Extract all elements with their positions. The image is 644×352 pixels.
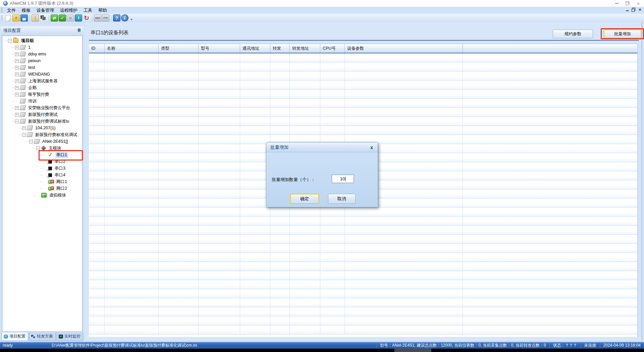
collapse-icon[interactable]: − [29,140,33,143]
tree-item-唯亨预付费[interactable]: +唯亨预付费 [2,91,82,98]
column-header-名称[interactable]: 名称 [105,44,159,53]
menu-item-0[interactable]: 文件 [4,7,19,14]
batch-quantity-input[interactable]: 10 [332,175,354,183]
mdi-minimize-icon[interactable] [625,8,629,12]
tree-item-test[interactable]: +test [2,64,82,71]
expand-icon[interactable]: + [15,113,19,117]
table-cell [89,289,105,298]
refresh-icon[interactable] [83,14,90,21]
overflow-icon[interactable] [129,14,134,21]
tree-item-串口2[interactable]: 串口2 [2,158,82,165]
table-cell-filler [463,90,637,98]
tree-item-label: ANet-2E4S1[] [41,139,69,144]
tree-item-新版预付费调试标准lu[interactable]: −新版预付费调试标准lu [2,118,82,125]
mdi-restore-icon[interactable] [632,8,636,12]
column-header-类型[interactable]: 类型 [159,44,199,53]
sidebar-tab-实时监控[interactable]: 实时监控 [56,333,83,341]
expand-icon[interactable]: + [22,126,26,130]
column-header-通讯地址[interactable]: 通讯地址 [240,44,270,53]
tree-item-新版预付费标准化调试[interactable]: −新版预付费标准化调试 [2,131,82,138]
tree-item-主模块[interactable]: −主模块 [2,145,82,151]
table-cell-filler [463,126,637,135]
expand-icon[interactable]: + [15,93,19,96]
column-header-转发[interactable]: 转发 [270,44,290,53]
expand-icon[interactable]: + [15,86,19,90]
copy-icon[interactable] [40,14,47,21]
new-file-icon[interactable] [4,14,12,21]
menu-item-5[interactable]: 帮助 [95,7,110,14]
dialog-title-bar[interactable]: 批量增加 x [266,142,378,152]
save-icon[interactable] [20,14,28,21]
expand-icon[interactable]: + [15,52,19,56]
apply-icon[interactable] [59,14,66,21]
cancel-icon[interactable] [67,14,74,21]
table-cell [89,153,105,162]
table-row [89,90,637,99]
tree-item-104.207(1)[interactable]: +104.207(1) [2,125,82,131]
collapse-icon[interactable]: − [15,120,19,123]
app-logo-icon [3,1,8,6]
menu-item-2[interactable]: 设备管理 [34,7,57,14]
tree-item-网口1[interactable]: 网口1 [2,178,82,185]
tree-item-串口4[interactable]: 串口4 [2,172,82,178]
collapse-icon[interactable]: − [8,39,12,43]
tree-item-1[interactable]: +1 [2,44,82,51]
ssh-icon[interactable]: SSH [94,14,101,21]
tree-item-企鹅[interactable]: +企鹅 [2,84,82,91]
tree-item-培训[interactable]: 培训 [2,98,82,104]
project-tree: −项目组+1+ddsy ems+peixun+test+WENDANG+上海测试… [2,36,83,332]
upload-icon[interactable] [75,14,82,21]
tree-item-串口3[interactable]: 串口3 [2,165,82,172]
tree-item-安荣物业预付费云平台[interactable]: +安荣物业预付费云平台 [2,104,82,111]
sync-icon[interactable] [51,14,58,21]
dialog-close-icon[interactable]: x [370,145,374,150]
menu-item-4[interactable]: 工具 [80,7,95,14]
tree-item-peixun[interactable]: +peixun [2,57,82,64]
restore-icon[interactable] [625,1,630,6]
column-header-转发地址[interactable]: 转发地址 [290,44,320,53]
tree-item-ddsy ems[interactable]: +ddsy ems [2,51,82,57]
expand-icon[interactable]: + [15,73,19,76]
tree-item-项目组[interactable]: −项目组 [2,37,82,44]
table-cell [159,153,199,162]
collapse-icon[interactable]: − [36,146,40,150]
info-icon[interactable] [121,14,128,21]
tree-item-ANet-2E4S1[][interactable]: −ANet-2E4S1[] [2,138,82,145]
minimize-icon[interactable] [614,1,619,6]
ftp-icon[interactable]: FTP [102,14,109,21]
table-cell-filler [463,307,637,316]
batch-add-button[interactable]: 批量增加 [604,30,641,38]
sidebar-tab-转发方案[interactable]: 转发方案 [29,333,56,341]
close-icon[interactable]: × [636,1,641,6]
tree-item-网口2[interactable]: 网口2 [2,185,82,192]
tree-item-上海测试服务器[interactable]: +上海测试服务器 [2,78,82,84]
protocol-params-button[interactable]: 规约参数 [553,30,593,38]
expand-icon[interactable]: + [15,59,19,63]
pin-icon[interactable] [77,28,80,33]
menu-item-1[interactable]: 模板 [19,7,34,14]
column-header-CPU号[interactable]: CPU号 [320,44,345,53]
sidebar-tab-项目配置[interactable]: 项目配置 [1,333,28,341]
vertical-scrollbar[interactable] [637,44,641,337]
expand-icon[interactable]: + [15,106,19,110]
template-icon[interactable] [32,14,39,21]
tree-item-虚拟模块[interactable]: 虚拟模块 [2,192,82,199]
expand-icon[interactable]: + [15,46,19,49]
tree-item-WENDANG[interactable]: +WENDANG [2,71,82,78]
help-icon[interactable] [113,14,120,21]
collapse-icon[interactable]: − [22,133,26,137]
open-project-icon[interactable] [12,14,20,21]
expand-icon[interactable]: + [15,79,19,83]
mdi-close-icon[interactable]: × [638,8,642,12]
column-header-设备参数[interactable]: 设备参数 [345,44,463,53]
column-header-ID[interactable]: ID [89,44,105,53]
menu-item-3[interactable]: 远程维护 [57,7,80,14]
cancel-button[interactable]: 取消 [328,194,356,204]
ok-button[interactable]: 确定 [290,194,319,204]
sidebar-tabs: 项目配置转发方案实时监控 [1,333,83,341]
column-header-型号[interactable]: 型号 [199,44,240,53]
tree-item-新版预付费测试[interactable]: +新版预付费测试 [2,111,82,118]
expand-icon[interactable]: + [15,66,19,70]
book-icon [20,119,26,124]
tree-item-串口1[interactable]: 串口1 [2,151,82,158]
